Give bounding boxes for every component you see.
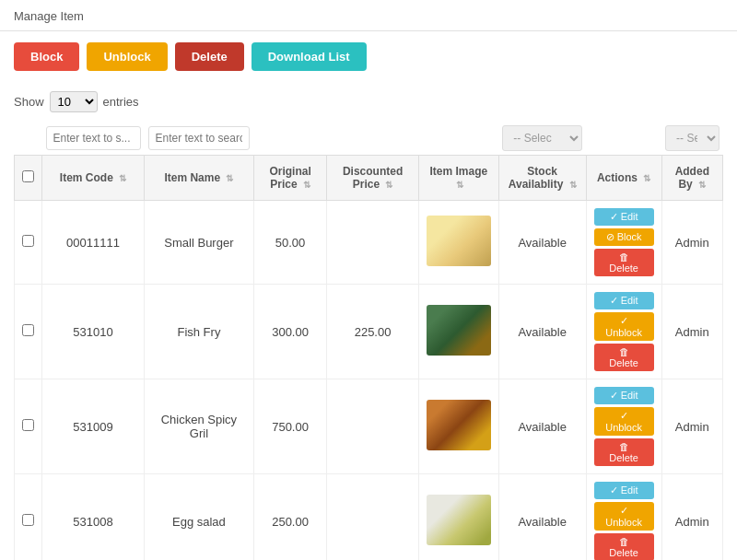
added-by-cell: Admin <box>661 379 722 474</box>
item-name-cell: Fish Fry <box>145 285 254 379</box>
stock-cell: Available <box>498 474 586 561</box>
original-price-cell: 750.00 <box>253 379 327 474</box>
item-image <box>427 216 491 266</box>
item-code-cell: 531009 <box>42 379 145 474</box>
col-original-price: Original Price ⇅ <box>253 156 327 201</box>
col-item-name: Item Name ⇅ <box>145 156 254 201</box>
original-price-cell: 50.00 <box>253 201 327 285</box>
sort-icon: ⇅ <box>569 180 577 190</box>
unblock-action-button[interactable]: ✓ Unblock <box>594 312 654 341</box>
toolbar: Block Unblock Delete Download List <box>0 31 737 82</box>
table-row: 531010Fish Fry300.00225.00Available✓ Edi… <box>15 285 723 379</box>
sort-icon: ⇅ <box>119 173 126 183</box>
table-container: -- Selec Available Unavailable -- Sel Ad… <box>0 122 737 560</box>
delete-button[interactable]: Delete <box>175 42 244 71</box>
item-image-cell <box>418 285 498 379</box>
table-row: 00011111Small Burger50.00Available✓ Edit… <box>15 201 723 285</box>
col-stock: Stock Availablity ⇅ <box>498 156 586 201</box>
stock-filter-select[interactable]: -- Selec Available Unavailable <box>502 125 582 151</box>
sort-icon: ⇅ <box>456 180 463 190</box>
sort-icon: ⇅ <box>226 173 233 183</box>
col-item-image: Item Image ⇅ <box>418 156 498 201</box>
added-by-cell: Admin <box>661 201 722 285</box>
edit-button[interactable]: ✓ Edit <box>594 482 654 499</box>
sort-icon: ⇅ <box>303 180 310 190</box>
delete-action-button[interactable]: 🗑 Delete <box>594 344 654 371</box>
item-image <box>427 305 491 356</box>
sort-icon: ⇅ <box>698 180 706 190</box>
edit-button[interactable]: ✓ Edit <box>594 387 654 404</box>
row-checkbox[interactable] <box>22 235 34 247</box>
block-action-button[interactable]: ⊘ Block <box>594 228 654 246</box>
added-by-filter-select[interactable]: -- Sel Admin <box>665 125 719 151</box>
column-header: Item Code ⇅ Item Name ⇅ Original Price ⇅… <box>15 156 723 201</box>
actions-cell: ✓ Edit✓ Unblock🗑 Delete <box>586 285 661 379</box>
discounted-price-cell <box>327 201 419 285</box>
item-image <box>427 400 491 450</box>
item-name-cell: Egg salad <box>145 474 254 561</box>
item-image <box>427 495 491 545</box>
show-entries-control: Show 10 25 50 100 entries <box>0 82 737 122</box>
search-row: -- Selec Available Unavailable -- Sel Ad… <box>15 122 723 156</box>
table-body: 00011111Small Burger50.00Available✓ Edit… <box>15 201 723 561</box>
checkbox-header <box>15 156 42 201</box>
item-image-cell <box>418 379 498 474</box>
title-text: Manage Item <box>14 9 84 23</box>
sort-icon: ⇅ <box>385 180 392 190</box>
discounted-price-cell <box>327 379 419 474</box>
row-checkbox[interactable] <box>22 419 34 431</box>
col-added-by: Added By ⇅ <box>661 156 722 201</box>
item-code-cell: 531010 <box>42 285 145 379</box>
item-image-cell <box>418 474 498 561</box>
col-discounted-price: Discounted Price ⇅ <box>327 156 419 201</box>
actions-cell: ✓ Edit✓ Unblock🗑 Delete <box>586 379 661 474</box>
action-buttons: ✓ Edit✓ Unblock🗑 Delete <box>594 292 654 371</box>
item-code-cell: 531008 <box>42 474 145 561</box>
unblock-button[interactable]: Unblock <box>87 42 167 71</box>
sort-icon: ⇅ <box>643 173 650 183</box>
download-button[interactable]: Download List <box>252 42 367 71</box>
item-code-cell: 00011111 <box>42 201 145 285</box>
show-label: Show <box>14 95 44 109</box>
delete-action-button[interactable]: 🗑 Delete <box>594 438 654 466</box>
actions-cell: ✓ Edit✓ Unblock🗑 Delete <box>586 474 661 561</box>
original-price-cell: 250.00 <box>253 474 327 561</box>
block-button[interactable]: Block <box>14 42 79 71</box>
item-image-cell <box>418 201 498 285</box>
select-all-checkbox[interactable] <box>22 170 34 182</box>
item-name-cell: Small Burger <box>145 201 254 285</box>
page-title: Manage Item <box>0 0 737 31</box>
row-checkbox[interactable] <box>22 514 34 526</box>
table-row: 531009Chicken Spicy Gril750.00Available✓… <box>15 379 723 474</box>
col-item-code: Item Code ⇅ <box>42 156 145 201</box>
item-name-cell: Chicken Spicy Gril <box>145 379 254 474</box>
table-row: 531008Egg salad250.00Available✓ Edit✓ Un… <box>15 474 723 561</box>
search-name-input[interactable] <box>148 126 251 150</box>
added-by-cell: Admin <box>661 285 722 379</box>
edit-button[interactable]: ✓ Edit <box>594 292 654 309</box>
unblock-action-button[interactable]: ✓ Unblock <box>594 502 654 531</box>
entries-select[interactable]: 10 25 50 100 <box>50 91 98 112</box>
unblock-action-button[interactable]: ✓ Unblock <box>594 407 654 436</box>
actions-cell: ✓ Edit⊘ Block🗑 Delete <box>586 201 661 285</box>
edit-button[interactable]: ✓ Edit <box>594 208 654 226</box>
items-table: -- Selec Available Unavailable -- Sel Ad… <box>14 122 723 560</box>
action-buttons: ✓ Edit⊘ Block🗑 Delete <box>594 208 654 276</box>
row-checkbox[interactable] <box>22 324 34 336</box>
stock-cell: Available <box>498 285 586 379</box>
stock-cell: Available <box>498 379 586 474</box>
action-buttons: ✓ Edit✓ Unblock🗑 Delete <box>594 387 654 466</box>
action-buttons: ✓ Edit✓ Unblock🗑 Delete <box>594 482 654 560</box>
original-price-cell: 300.00 <box>253 285 327 379</box>
delete-action-button[interactable]: 🗑 Delete <box>594 249 654 276</box>
search-code-input[interactable] <box>46 126 141 150</box>
col-actions: Actions ⇅ <box>586 156 661 201</box>
entries-label: entries <box>103 95 139 109</box>
added-by-cell: Admin <box>661 474 722 561</box>
delete-action-button[interactable]: 🗑 Delete <box>594 533 654 560</box>
discounted-price-cell <box>327 474 419 561</box>
discounted-price-cell: 225.00 <box>327 285 419 379</box>
stock-cell: Available <box>498 201 586 285</box>
